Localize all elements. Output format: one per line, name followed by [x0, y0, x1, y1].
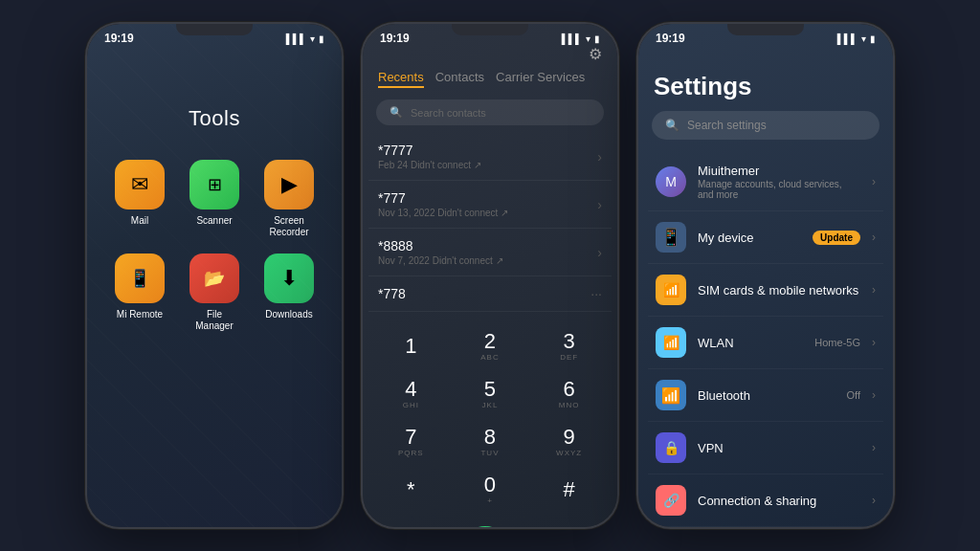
dial-key-star[interactable]: * — [372, 467, 450, 513]
chevron-sim: › — [872, 283, 876, 297]
call-item-1[interactable]: *7777 Feb 24 Didn't connect ↗ › — [368, 133, 612, 181]
dial-key-5[interactable]: 5JKL — [452, 371, 529, 417]
sim-icon: 📶 — [656, 275, 686, 305]
settings-text-wlan: WLAN — [698, 336, 803, 350]
wifi-icon-3: ▾ — [861, 33, 866, 44]
call-detail-3: Nov 7, 2022 Didn't connect ↗ — [378, 255, 503, 266]
status-bar-2: 19:19 ▌▌▌ ▾ ▮ — [363, 24, 617, 49]
call-item-2[interactable]: *777 Nov 13, 2022 Didn't connect ↗ › — [368, 181, 612, 229]
settings-name-miuithemer: Miuithemer — [698, 164, 860, 178]
settings-name-bluetooth: Bluetooth — [698, 388, 835, 403]
status-bar-3: 19:19 ▌▌▌ ▾ ▮ — [638, 24, 893, 49]
settings-item-connection[interactable]: 🔗 Connection & sharing › — [648, 474, 883, 527]
search-settings-placeholder: Search settings — [687, 119, 767, 132]
status-icons-1: ▌▌▌ ▾ ▮ — [286, 33, 324, 44]
dialer-bottom: ☰ 📞 ⌨ — [363, 517, 617, 527]
settings-text-connection: Connection & sharing — [698, 494, 860, 508]
app-recorder[interactable]: ▶ ScreenRecorder — [259, 160, 319, 238]
app-downloads[interactable]: ⬇ Downloads — [259, 253, 319, 332]
search-icon-dialer: 🔍 — [390, 106, 403, 119]
call-info-1: *7777 Feb 24 Didn't connect ↗ — [378, 143, 481, 170]
app-icon-filemanager: 📂 — [189, 253, 239, 303]
dialpad: 1 2ABC 3DEF 4GHI 5JKL 6MNO 7PQRS 8TUV 9W… — [363, 316, 617, 517]
signal-icon: ▌▌▌ — [286, 33, 306, 44]
status-icons-2: ▌▌▌ ▾ ▮ — [562, 33, 600, 44]
apps-grid: ✉ Mail ⊞ Scanner ▶ ScreenRecorder 📱 Mi R… — [87, 160, 342, 332]
wlan-icon: 📶 — [656, 327, 686, 358]
settings-text-mydevice: My device — [698, 231, 801, 245]
dial-key-8[interactable]: 8TUV — [452, 419, 529, 465]
wifi-icon: ▾ — [310, 33, 315, 44]
settings-name-wlan: WLAN — [698, 336, 803, 350]
phone1-screen: 19:19 ▌▌▌ ▾ ▮ Tools ✉ Mail ⊞ Scanner — [87, 24, 342, 527]
dial-key-6[interactable]: 6MNO — [530, 371, 608, 417]
tools-title: Tools — [87, 106, 342, 131]
call-info-4: *778 — [378, 286, 406, 301]
app-icon-miremote: 📱 — [115, 253, 165, 303]
settings-sub-miuithemer: Manage accounts, cloud services, and mor… — [698, 179, 860, 200]
phone-1: 19:19 ▌▌▌ ▾ ▮ Tools ✉ Mail ⊞ Scanner — [85, 22, 344, 529]
settings-text-miuithemer: Miuithemer Manage accounts, cloud servic… — [698, 164, 860, 200]
dial-key-2[interactable]: 2ABC — [452, 323, 529, 369]
search-contacts-placeholder: Search contacts — [411, 107, 486, 119]
call-button[interactable]: 📞 — [460, 526, 510, 527]
dial-key-7[interactable]: 7PQRS — [372, 419, 450, 465]
settings-item-wlan[interactable]: 📶 WLAN Home-5G › — [648, 317, 883, 369]
status-icons-3: ▌▌▌ ▾ ▮ — [837, 33, 876, 44]
time-2: 19:19 — [380, 32, 410, 45]
dial-key-0[interactable]: 0+ — [452, 467, 529, 513]
search-bar[interactable]: 🔍 Search contacts — [376, 99, 604, 125]
time-3: 19:19 — [656, 32, 685, 45]
phone3-screen: 19:19 ▌▌▌ ▾ ▮ Settings 🔍 Search settings… — [638, 24, 893, 527]
settings-right-wlan: Home-5G — [814, 337, 860, 348]
settings-item-mydevice[interactable]: 📱 My device Update › — [648, 211, 883, 264]
call-item-3[interactable]: *8888 Nov 7, 2022 Didn't connect ↗ › — [368, 229, 612, 276]
settings-right-bluetooth: Off — [847, 389, 860, 401]
chevron-right-icon-2: › — [597, 197, 602, 212]
settings-item-sim[interactable]: 📶 SIM cards & mobile networks › — [648, 264, 883, 317]
search-icon-settings: 🔍 — [665, 119, 679, 132]
app-mail[interactable]: ✉ Mail — [110, 160, 169, 238]
chevron-bluetooth: › — [872, 388, 876, 402]
settings-text-bluetooth: Bluetooth — [698, 388, 835, 403]
phone-3: 19:19 ▌▌▌ ▾ ▮ Settings 🔍 Search settings… — [636, 22, 895, 529]
app-scanner[interactable]: ⊞ Scanner — [185, 160, 244, 238]
settings-item-bluetooth[interactable]: 📶 Bluetooth Off › — [648, 369, 883, 422]
chevron-vpn: › — [872, 441, 876, 454]
battery-icon: ▮ — [319, 33, 324, 44]
call-detail-1: Feb 24 Didn't connect ↗ — [378, 160, 481, 170]
dial-key-4[interactable]: 4GHI — [372, 371, 450, 417]
settings-name-mydevice: My device — [698, 231, 801, 245]
tab-contacts[interactable]: Contacts — [435, 70, 484, 88]
dialer-tabs: Recents Contacts Carrier Services — [363, 56, 617, 96]
chevron-right-icon-1: › — [597, 149, 602, 165]
app-icon-downloads: ⬇ — [264, 253, 314, 303]
time-1: 19:19 — [104, 32, 134, 45]
settings-list: M Miuithemer Manage accounts, cloud serv… — [638, 153, 893, 527]
call-item-4[interactable]: *778 ··· — [368, 276, 612, 312]
settings-search[interactable]: 🔍 Search settings — [652, 111, 880, 140]
mydevice-icon: 📱 — [656, 222, 686, 253]
settings-right-mydevice: Update — [813, 231, 860, 245]
app-label-downloads: Downloads — [265, 309, 312, 320]
dial-key-3[interactable]: 3DEF — [530, 323, 608, 369]
miuithemer-avatar: M — [656, 166, 686, 197]
call-number-4: *778 — [378, 286, 406, 301]
settings-name-sim: SIM cards & mobile networks — [698, 283, 860, 298]
call-number-3: *8888 — [378, 238, 503, 253]
recent-calls: *7777 Feb 24 Didn't connect ↗ › *777 Nov… — [363, 133, 617, 312]
options-icon: ··· — [590, 286, 602, 301]
dial-key-1[interactable]: 1 — [372, 323, 450, 369]
settings-item-vpn[interactable]: 🔒 VPN › — [648, 422, 883, 474]
connection-icon: 🔗 — [656, 485, 686, 516]
settings-text-sim: SIM cards & mobile networks — [698, 283, 860, 298]
app-filemanager[interactable]: 📂 FileManager — [185, 253, 244, 332]
app-miremote[interactable]: 📱 Mi Remote — [110, 253, 169, 332]
dial-key-9[interactable]: 9WXYZ — [530, 419, 608, 465]
tab-recents[interactable]: Recents — [378, 70, 424, 88]
dial-key-hash[interactable]: # — [530, 467, 608, 513]
settings-item-miuithemer[interactable]: M Miuithemer Manage accounts, cloud serv… — [648, 153, 883, 211]
tab-carrier[interactable]: Carrier Services — [496, 70, 585, 88]
phones-container: 19:19 ▌▌▌ ▾ ▮ Tools ✉ Mail ⊞ Scanner — [66, 3, 914, 548]
signal-icon-2: ▌▌▌ — [562, 33, 582, 44]
